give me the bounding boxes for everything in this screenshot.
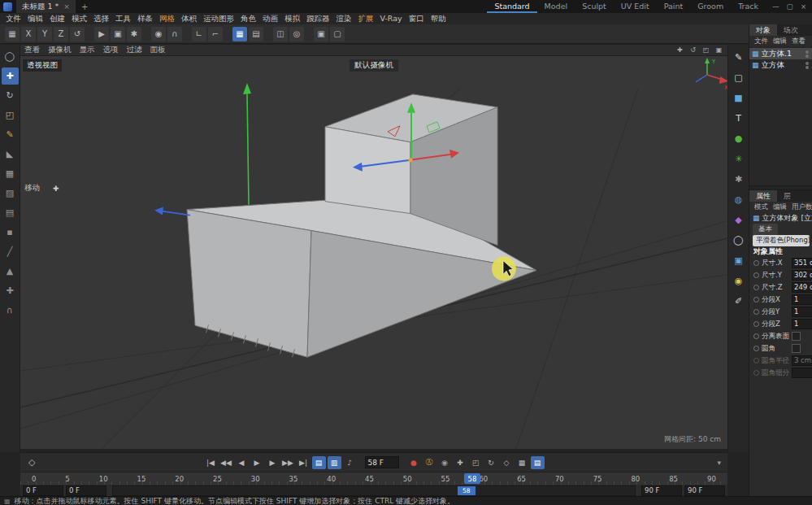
pen-tool-icon[interactable]: ✎ xyxy=(730,49,747,66)
record-rotation-button[interactable]: ↻ xyxy=(484,456,498,469)
material-pen-icon[interactable]: ✐ xyxy=(730,293,747,310)
attr-field[interactable]: 1 xyxy=(792,319,812,329)
go-to-start-button[interactable]: |◀ xyxy=(204,456,218,469)
keyframe-selection-button[interactable]: ◉ xyxy=(438,456,452,469)
record-pla-button[interactable]: ▦ xyxy=(515,456,529,469)
current-frame-field[interactable]: 58 F xyxy=(365,456,399,468)
toolbar-button[interactable] xyxy=(143,27,150,41)
viewport-menu-item[interactable]: 过滤 xyxy=(123,45,146,55)
axis-lock-y-button[interactable]: Y xyxy=(37,27,52,41)
environment-globe-icon[interactable]: ◯ xyxy=(730,232,747,249)
workplane-button[interactable]: ∟ xyxy=(192,27,206,41)
next-key-button[interactable]: ▶▶ xyxy=(281,456,295,469)
snap-toggle-button[interactable]: ▦ xyxy=(232,27,247,41)
keyframe-diamond-icon[interactable]: ◇ xyxy=(28,457,35,468)
document-tab[interactable]: 未标题 1 * × xyxy=(16,0,76,13)
object-menu-item[interactable]: 查看 xyxy=(789,37,808,46)
minimal-mode-button[interactable]: ▤ xyxy=(531,456,545,469)
visibility-dots-icon[interactable] xyxy=(805,50,809,58)
enable-axis-button[interactable]: ✚ xyxy=(2,282,19,299)
lock-workplane-button[interactable]: ▣ xyxy=(314,27,328,41)
axis-center-button[interactable]: ◎ xyxy=(289,27,304,41)
viewport-menu-item[interactable]: 查看 xyxy=(20,45,44,55)
workplane-mode-button[interactable]: ▤ xyxy=(2,204,19,221)
axis-gizmo[interactable]: Y X xyxy=(696,58,727,91)
rotate-tool[interactable]: ↻ xyxy=(2,87,19,104)
menu-item[interactable]: 模拟 xyxy=(281,13,303,24)
record-scale-button[interactable]: ◰ xyxy=(469,456,483,469)
render-picture-viewer-button[interactable]: ▣ xyxy=(111,27,125,41)
menu-item[interactable]: 文件 xyxy=(2,13,24,24)
points-mode-button[interactable]: ▪ xyxy=(2,224,19,241)
layout-tab[interactable]: Sculpt xyxy=(575,0,614,13)
range-marker[interactable]: 58 xyxy=(458,486,475,495)
render-view-button[interactable]: ▶ xyxy=(94,27,109,41)
attribute-manager-tab[interactable]: 属性 xyxy=(749,190,777,202)
range-end-field[interactable]: 90 F xyxy=(641,485,682,496)
next-frame-button[interactable]: ▶ xyxy=(266,456,280,469)
menu-item[interactable]: 编辑 xyxy=(24,13,46,24)
anim-dot-icon[interactable] xyxy=(753,297,759,303)
menu-item[interactable]: 渲染 xyxy=(333,13,355,24)
deformer-icon[interactable]: ◆ xyxy=(730,211,747,229)
make-editable-button[interactable]: ◣ xyxy=(2,146,19,163)
workplane-lock-button[interactable]: ⌐ xyxy=(208,27,223,41)
live-selection-tool[interactable]: ◯ xyxy=(2,48,19,65)
viewport-menu-item[interactable]: 显示 xyxy=(76,45,99,55)
scale-tool[interactable]: ◰ xyxy=(2,107,19,124)
motext-icon[interactable]: T xyxy=(730,110,747,127)
play-button[interactable]: ▶ xyxy=(250,456,264,469)
polygons-mode-button[interactable]: ▲ xyxy=(2,263,19,280)
tab-phong[interactable]: 平滑着色(Phong) xyxy=(753,235,810,246)
go-to-end-button[interactable]: ▶| xyxy=(297,456,310,469)
attr-field[interactable]: 1 xyxy=(792,294,812,305)
menu-item[interactable]: 动画 xyxy=(259,13,281,24)
menu-item[interactable]: 选择 xyxy=(90,13,112,24)
attribute-menu-item[interactable]: 用户数据 xyxy=(789,202,812,212)
viewport-menu-item[interactable]: 摄像机 xyxy=(44,45,76,55)
range-start-field[interactable]: 0 F xyxy=(23,485,63,496)
layout-tab[interactable]: Standard xyxy=(487,0,536,13)
object-manager-tab[interactable]: 场次 xyxy=(777,24,805,36)
pan-camera-icon[interactable]: ✚ xyxy=(674,46,686,54)
reset-workplane-button[interactable]: ▢ xyxy=(330,27,345,41)
orbit-camera-icon[interactable]: ↺ xyxy=(687,46,699,54)
anim-dot-icon[interactable] xyxy=(753,309,759,315)
timeline-options-icon[interactable]: ▾ xyxy=(717,459,721,467)
layout-tab[interactable]: Groom xyxy=(690,0,731,13)
object-row[interactable]: ▦ 立方体.1 xyxy=(749,48,812,59)
attribute-menu-item[interactable]: 编辑 xyxy=(771,202,789,212)
generator-icon[interactable]: ✳ xyxy=(730,150,747,168)
visibility-dots-icon[interactable] xyxy=(805,62,809,69)
camera-icon[interactable]: ▣ xyxy=(730,252,747,269)
snap-mode-button[interactable]: ∩ xyxy=(2,302,19,319)
previous-key-button[interactable]: ◀◀ xyxy=(219,456,233,469)
object-menu-item[interactable]: 编辑 xyxy=(771,37,789,46)
attribute-menu-item[interactable]: 模式 xyxy=(752,202,771,212)
modifier-gear-icon[interactable]: ✱ xyxy=(730,171,747,188)
autokey-button[interactable]: Ⓐ xyxy=(423,456,436,469)
edges-mode-button[interactable]: ╱ xyxy=(2,243,19,260)
toolbar-button[interactable] xyxy=(265,27,271,41)
quantize-toggle-button[interactable]: ▤ xyxy=(249,27,263,41)
record-parameter-button[interactable]: ◇ xyxy=(500,456,514,469)
menu-item[interactable]: 角色 xyxy=(237,13,259,24)
new-tab-button[interactable]: + xyxy=(76,2,93,11)
anim-dot-icon[interactable] xyxy=(753,285,759,290)
attr-field[interactable]: 351 cm xyxy=(792,258,812,268)
axis-lock-x-button[interactable]: X xyxy=(21,27,36,41)
simulation-icon[interactable]: ◍ xyxy=(730,191,747,208)
viewport[interactable]: Y X 透视视图 默认摄像机 移动 ✚ 网格间距: 50 cm xyxy=(20,55,727,449)
anim-dot-icon[interactable] xyxy=(753,346,759,351)
range-track[interactable]: 58 xyxy=(112,485,636,496)
view-label[interactable]: 透视视图 xyxy=(23,59,62,72)
texture-mode-button[interactable]: ▨ xyxy=(2,185,19,202)
menu-item[interactable]: 跟踪器 xyxy=(303,13,333,24)
anim-dot-icon[interactable] xyxy=(753,272,759,278)
menu-item[interactable]: 网格 xyxy=(156,13,178,24)
menu-item[interactable]: 样条 xyxy=(134,13,156,24)
move-tool[interactable]: ✚ xyxy=(2,67,19,85)
layout-tab[interactable]: Model xyxy=(537,0,575,13)
object-menu-item[interactable]: 文件 xyxy=(752,37,771,46)
attr-field[interactable]: 302 cm xyxy=(792,270,812,281)
